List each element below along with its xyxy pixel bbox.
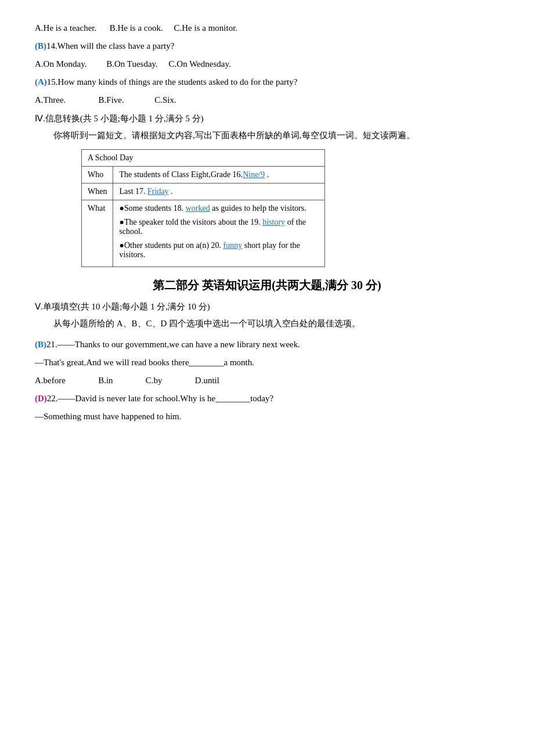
q22-blank: ________ [215,394,250,403]
q22-question2: —Something must have happened to him. [35,412,499,422]
table-header-row: A School Day [82,150,325,167]
q22-answer: (D) [35,394,47,403]
q15-option-b: B.Five. [99,95,124,105]
blank-19: history [262,218,285,226]
q21-question2: —That's great.And we will read books the… [35,358,499,368]
q14-text: 14.When will the class have a party? [46,41,174,51]
q14-question: (B)14.When will the class have a party? [35,41,499,51]
who-content: The students of Class Eight,Grade 16.Nin… [113,167,325,183]
q13-option-b: B.He is a cook. [110,23,163,33]
q22-question1: (D)22.——David is never late for school.W… [35,394,499,404]
table-row-when: When Last 17. Friday . [82,183,325,200]
blank-20: funny [223,241,243,250]
q15-option-c: C.Six. [154,95,176,105]
q15-question: (A)15.How many kinds of things are the s… [35,77,499,87]
q13-option-c: C.He is a monitor. [174,23,238,33]
section4-instruction: 你将听到一篇短文。请根据短文内容,写出下面表格中所缺的单词,每空仅填一词。短文读… [53,130,499,141]
q14-option-c: C.On Wednesday. [169,59,231,69]
when-content: Last 17. Friday . [113,183,325,200]
q21-text2-suffix: a month. [224,358,255,367]
q15-options: A.Three. B.Five. C.Six. [35,95,499,105]
table-title: A School Day [82,150,325,167]
q15-text: 15.How many kinds of things are the stud… [47,77,298,87]
q13-options: A.He is a teacher. B.He is a cook. C.He … [35,23,499,33]
blank-18: worked [186,204,210,213]
blank-17: Friday [147,187,169,196]
section5-instruction: 从每小题所给的 A、B、C、D 四个选项中选出一个可以填入空白处的最佳选项。 [53,318,499,329]
part2-title: 第二部分 英语知识运用(共两大题,满分 30 分) [35,278,499,293]
when-label: When [82,183,113,200]
what-bullet-1: ●Some students 18. worked as guides to h… [119,204,319,213]
section5-title: Ⅴ.单项填空(共 10 小题;每小题 1 分,满分 10 分) [35,301,499,312]
who-label: Who [82,167,113,183]
what-bullet-2: ●The speaker told the visitors about the… [119,218,319,236]
q21-text2: —That's great.And we will read books the… [35,358,189,367]
q14-options: A.On Monday. B.On Tuesday. C.On Wednesda… [35,59,499,69]
q15-option-a: A.Three. [35,95,66,105]
q21-question1: (B)21.——Thanks to our government,we can … [35,340,499,350]
q21-options: A.before B.in C.by D.until [35,376,499,386]
q21-text1: 21.——Thanks to our government,we can hav… [46,340,300,349]
q14-option-b: B.On Tuesday. [106,59,158,69]
q13-option-a: A.He is a teacher. [35,23,96,33]
what-bullet-3: ●Other students put on a(n) 20. funny sh… [119,241,319,260]
q21-option-d: D.until [195,376,219,385]
q22-text1-suffix: today? [250,394,273,403]
q14-answer: (B) [35,41,46,51]
q15-answer: (A) [35,77,47,87]
what-label: What [82,200,113,267]
what-content: ●Some students 18. worked as guides to h… [113,200,325,267]
q21-option-b: B.in [98,376,113,385]
q21-answer: (B) [35,340,46,349]
school-day-table: A School Day Who The students of Class E… [81,149,325,267]
q22-text2: —Something must have happened to him. [35,412,181,421]
section4-title: Ⅳ.信息转换(共 5 小题;每小题 1 分,满分 5 分) [35,113,499,124]
q22-text1: 22.——David is never late for school.Why … [47,394,215,403]
q21-option-a: A.before [35,376,66,385]
table-row-who: Who The students of Class Eight,Grade 16… [82,167,325,183]
q14-option-a: A.On Monday. [35,59,86,69]
q21-blank: ________ [189,358,224,367]
q21-option-c: C.by [146,376,163,385]
blank-16: Nine/9 [243,170,265,179]
table-row-what: What ●Some students 18. worked as guides… [82,200,325,267]
